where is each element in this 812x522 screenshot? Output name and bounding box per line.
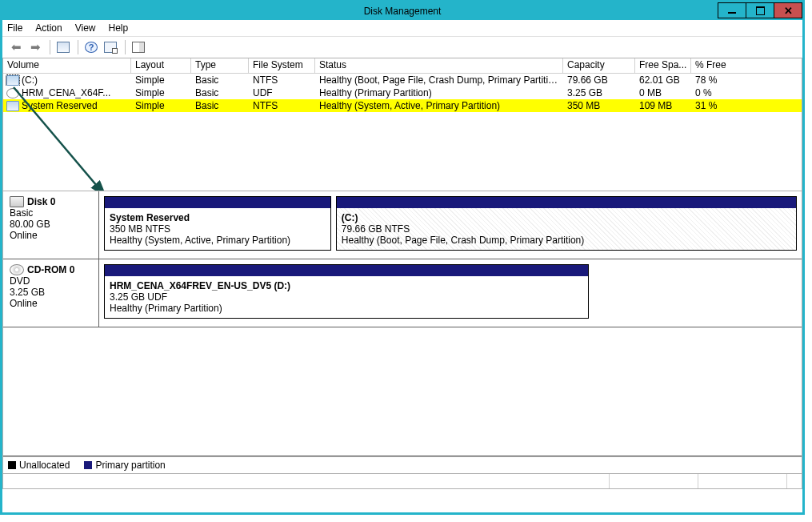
- disk-partitions: HRM_CENA_X64FREV_EN-US_DV5 (D:)3.25 GB U…: [99, 259, 802, 327]
- partition-title: (C:): [342, 212, 791, 223]
- toolbar-help-button[interactable]: ?: [82, 38, 100, 56]
- partition-color-bar: [105, 265, 588, 276]
- nav-back-button[interactable]: ⬅: [7, 38, 25, 56]
- toolbar-properties-button[interactable]: [102, 38, 119, 56]
- partition-size: 350 MB NTFS: [110, 223, 326, 235]
- list-icon: [132, 42, 145, 53]
- volume-cell: (C:): [3, 74, 131, 86]
- menu-bar: File Action View Help: [2, 20, 802, 37]
- volumes-header-row: Volume Layout Type File System Status Ca…: [3, 58, 802, 74]
- disk-row: Disk 0Basic80.00 GBOnlineSystem Reserved…: [3, 191, 802, 259]
- disk-info-line: 80.00 GB: [10, 219, 92, 230]
- volume-cell: NTFS: [249, 74, 315, 86]
- volume-cell: UDF: [249, 87, 315, 98]
- details-icon: [57, 42, 70, 53]
- col-header-volume[interactable]: Volume: [3, 58, 131, 73]
- drive-icon: [6, 75, 19, 86]
- disk-info-line: Online: [10, 230, 92, 241]
- menu-view[interactable]: View: [75, 22, 96, 34]
- close-button[interactable]: ✕: [774, 2, 802, 18]
- col-header-filesystem[interactable]: File System: [249, 58, 315, 73]
- cd-drive-icon: [10, 264, 24, 275]
- disk-info[interactable]: Disk 0Basic80.00 GBOnline: [3, 191, 99, 259]
- col-header-status[interactable]: Status: [315, 58, 563, 73]
- arrow-right-icon: ➡: [30, 40, 41, 54]
- col-header-layout[interactable]: Layout: [131, 58, 191, 73]
- volume-cell: HRM_CENA_X64F...: [3, 87, 131, 98]
- partition-status: Healthy (System, Active, Primary Partiti…: [110, 235, 326, 246]
- volume-cell: Basic: [191, 100, 249, 111]
- volume-rows: (C:)SimpleBasicNTFSHealthy (Boot, Page F…: [3, 74, 802, 112]
- col-header-type[interactable]: Type: [191, 58, 249, 73]
- volume-cell: 78 %: [691, 74, 747, 86]
- minimize-button[interactable]: [718, 2, 746, 18]
- volume-row[interactable]: System ReservedSimpleBasicNTFSHealthy (S…: [3, 99, 802, 112]
- partition-size: 79.66 GB NTFS: [342, 223, 791, 235]
- volume-row[interactable]: HRM_CENA_X64F...SimpleBasicUDFHealthy (P…: [3, 86, 802, 99]
- nav-forward-button[interactable]: ➡: [26, 38, 44, 56]
- maximize-button[interactable]: [746, 2, 774, 18]
- toolbar-separator: [50, 40, 50, 54]
- disk-info-line: 3.25 GB: [10, 287, 92, 298]
- col-header-capacity[interactable]: Capacity: [563, 58, 635, 73]
- window-frame: Disk Management ✕ File Action View Help …: [0, 0, 805, 515]
- volume-row[interactable]: (C:)SimpleBasicNTFSHealthy (Boot, Page F…: [3, 74, 802, 86]
- window-title: Disk Management: [364, 6, 442, 17]
- disk-map-pane: Disk 0Basic80.00 GBOnlineSystem Reserved…: [2, 191, 802, 457]
- col-header-pct-free[interactable]: % Free: [691, 58, 802, 73]
- cd-icon: [6, 88, 19, 98]
- disk-partitions: System Reserved350 MB NTFSHealthy (Syste…: [99, 191, 802, 259]
- volume-cell: System Reserved: [3, 100, 131, 111]
- toolbar: ⬅ ➡ ?: [2, 37, 802, 58]
- volume-cell: Simple: [131, 100, 191, 111]
- hard-disk-icon: [10, 196, 24, 207]
- menu-help[interactable]: Help: [109, 22, 129, 34]
- volume-cell: NTFS: [249, 100, 315, 111]
- menu-file[interactable]: File: [7, 22, 22, 34]
- legend-swatch-primary: [84, 461, 92, 469]
- arrow-left-icon: ⬅: [11, 40, 22, 54]
- legend-swatch-unallocated: [8, 461, 16, 469]
- help-icon: ?: [85, 42, 98, 53]
- partition-box[interactable]: HRM_CENA_X64FREV_EN-US_DV5 (D:)3.25 GB U…: [104, 264, 589, 319]
- status-bar: [2, 474, 802, 489]
- partition-icon: [6, 101, 19, 111]
- partition-box[interactable]: (C:)79.66 GB NTFSHealthy (Boot, Page Fil…: [336, 196, 797, 251]
- partition-color-bar: [337, 197, 796, 208]
- volumes-pane: Volume Layout Type File System Status Ca…: [2, 58, 802, 191]
- volume-cell: Basic: [191, 74, 249, 86]
- volume-cell: 0 MB: [635, 87, 691, 98]
- volume-cell: 31 %: [691, 100, 747, 111]
- volume-cell: 3.25 GB: [563, 87, 635, 98]
- partition-body: System Reserved350 MB NTFSHealthy (Syste…: [105, 208, 330, 250]
- disk-info[interactable]: CD-ROM 0DVD3.25 GBOnline: [3, 259, 99, 327]
- toolbar-separator: [125, 40, 126, 54]
- toolbar-details-button[interactable]: [54, 38, 72, 56]
- legend-label-unallocated: Unallocated: [19, 460, 70, 471]
- menu-action[interactable]: Action: [35, 22, 62, 34]
- toolbar-separator: [78, 40, 78, 54]
- volume-cell: 62.01 GB: [635, 74, 691, 86]
- partition-size: 3.25 GB UDF: [110, 291, 583, 303]
- title-bar: Disk Management ✕: [2, 2, 802, 20]
- disk-info-line: Online: [10, 298, 92, 309]
- toolbar-view-button[interactable]: [130, 38, 147, 56]
- disk-info-line: Basic: [10, 207, 92, 219]
- volume-cell: Basic: [191, 87, 249, 98]
- volume-cell: Healthy (Boot, Page File, Crash Dump, Pr…: [315, 74, 563, 86]
- volume-cell: Simple: [131, 74, 191, 86]
- col-header-free[interactable]: Free Spa...: [635, 58, 691, 73]
- volume-cell: 350 MB: [563, 100, 635, 111]
- volume-cell: Simple: [131, 87, 191, 98]
- window-controls: ✕: [718, 2, 802, 20]
- partition-color-bar: [105, 197, 330, 208]
- disk-row: CD-ROM 0DVD3.25 GBOnlineHRM_CENA_X64FREV…: [3, 259, 802, 327]
- partition-box[interactable]: System Reserved350 MB NTFSHealthy (Syste…: [104, 196, 331, 251]
- volume-cell: 79.66 GB: [563, 74, 635, 86]
- partition-body: (C:)79.66 GB NTFSHealthy (Boot, Page Fil…: [337, 208, 796, 250]
- partition-title: HRM_CENA_X64FREV_EN-US_DV5 (D:): [110, 280, 583, 291]
- disk-info-line: DVD: [10, 275, 92, 287]
- legend-label-primary: Primary partition: [95, 460, 165, 471]
- volume-cell: 109 MB: [635, 100, 691, 111]
- volume-cell: 0 %: [691, 87, 747, 98]
